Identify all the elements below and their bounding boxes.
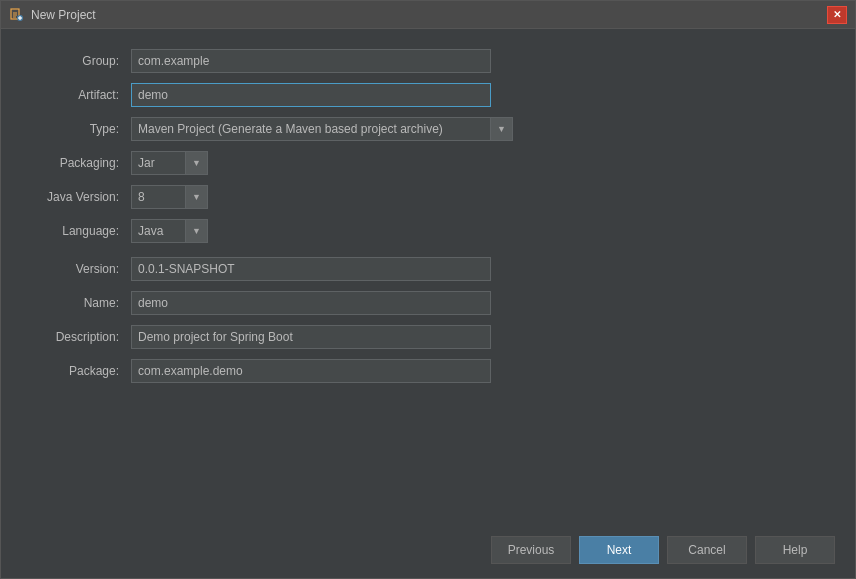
next-button[interactable]: Next xyxy=(579,536,659,564)
java-version-select[interactable]: 8 xyxy=(131,185,186,209)
help-button[interactable]: Help xyxy=(755,536,835,564)
package-row: Package: xyxy=(31,359,825,383)
type-dropdown-arrow[interactable]: ▼ xyxy=(491,117,513,141)
name-input[interactable] xyxy=(131,291,491,315)
java-version-row: Java Version: 8 ▼ xyxy=(31,185,825,209)
language-label: Language: xyxy=(31,224,131,238)
title-bar: New Project ✕ xyxy=(1,1,855,29)
language-dropdown-arrow[interactable]: ▼ xyxy=(186,219,208,243)
type-select[interactable]: Maven Project (Generate a Maven based pr… xyxy=(131,117,491,141)
group-row: Group: xyxy=(31,49,825,73)
artifact-input[interactable] xyxy=(131,83,491,107)
java-version-label: Java Version: xyxy=(31,190,131,204)
java-version-select-container: 8 ▼ xyxy=(131,185,208,209)
group-input[interactable] xyxy=(131,49,491,73)
artifact-row: Artifact: xyxy=(31,83,825,107)
artifact-label: Artifact: xyxy=(31,88,131,102)
previous-button[interactable]: Previous xyxy=(491,536,571,564)
description-input[interactable] xyxy=(131,325,491,349)
version-input[interactable] xyxy=(131,257,491,281)
close-button[interactable]: ✕ xyxy=(827,6,847,24)
type-row: Type: Maven Project (Generate a Maven ba… xyxy=(31,117,825,141)
type-select-container: Maven Project (Generate a Maven based pr… xyxy=(131,117,513,141)
dialog-title: New Project xyxy=(31,8,827,22)
packaging-dropdown-arrow[interactable]: ▼ xyxy=(186,151,208,175)
new-project-icon xyxy=(9,7,25,23)
language-row: Language: Java ▼ xyxy=(31,219,825,243)
packaging-select[interactable]: Jar xyxy=(131,151,186,175)
new-project-dialog: New Project ✕ Group: Artifact: Type: Mav… xyxy=(0,0,856,579)
version-label: Version: xyxy=(31,262,131,276)
group-label: Group: xyxy=(31,54,131,68)
packaging-row: Packaging: Jar ▼ xyxy=(31,151,825,175)
version-row: Version: xyxy=(31,257,825,281)
cancel-button[interactable]: Cancel xyxy=(667,536,747,564)
name-label: Name: xyxy=(31,296,131,310)
name-row: Name: xyxy=(31,291,825,315)
packaging-label: Packaging: xyxy=(31,156,131,170)
packaging-select-container: Jar ▼ xyxy=(131,151,208,175)
package-input[interactable] xyxy=(131,359,491,383)
description-label: Description: xyxy=(31,330,131,344)
language-select-container: Java ▼ xyxy=(131,219,208,243)
form-content: Group: Artifact: Type: Maven Project (Ge… xyxy=(1,29,855,526)
java-version-dropdown-arrow[interactable]: ▼ xyxy=(186,185,208,209)
package-label: Package: xyxy=(31,364,131,378)
dialog-footer: Previous Next Cancel Help xyxy=(1,526,855,578)
description-row: Description: xyxy=(31,325,825,349)
type-label: Type: xyxy=(31,122,131,136)
language-select[interactable]: Java xyxy=(131,219,186,243)
